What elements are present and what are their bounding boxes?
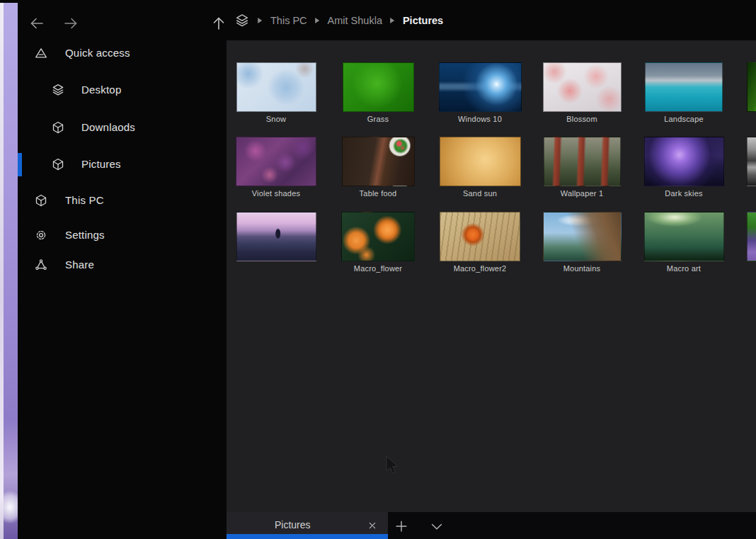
file-thumbnail xyxy=(439,62,522,112)
file-thumbnail xyxy=(543,62,622,112)
file-thumbnail xyxy=(341,212,415,261)
file-item-macro-art[interactable]: Macro art xyxy=(633,212,735,283)
breadcrumb-root-icon[interactable] xyxy=(234,13,250,28)
file-item[interactable] xyxy=(735,137,756,208)
file-item-grass[interactable]: Grass xyxy=(327,62,429,133)
file-thumbnail xyxy=(236,212,316,261)
file-label: Snow xyxy=(227,115,327,123)
close-icon xyxy=(367,520,378,531)
sidebar-item-quick-access[interactable]: Quick access xyxy=(18,41,227,65)
tab-bar: Pictures xyxy=(227,512,756,539)
file-thumbnail xyxy=(747,62,756,112)
file-thumbnail xyxy=(644,137,724,186)
file-label: Wallpaper 1 xyxy=(531,189,633,198)
sidebar-item-pictures[interactable]: Pictures xyxy=(18,152,227,176)
sidebar-item-share[interactable]: Share xyxy=(18,253,227,277)
sidebar-item-label: Settings xyxy=(65,223,105,247)
sidebar-item-label: This PC xyxy=(65,188,104,212)
sidebar-item-label: Downlaods xyxy=(81,115,135,140)
new-tab-button[interactable] xyxy=(394,518,409,534)
file-item-mountains[interactable]: Mountains xyxy=(531,212,633,283)
file-thumbnail xyxy=(644,212,724,261)
files-grid: SnowGrassWindows 10BlossomLandscapeViole… xyxy=(227,40,756,512)
breadcrumb-separator-icon xyxy=(389,16,396,24)
breadcrumb-item-this-pc[interactable]: This PC xyxy=(270,15,307,26)
file-item-sand-sun[interactable]: Sand sun xyxy=(429,137,531,208)
file-label: Dark skies xyxy=(633,189,735,198)
share-icon xyxy=(34,258,48,272)
file-thumbnail xyxy=(236,62,316,112)
cube-icon xyxy=(51,120,65,135)
chevron-down-icon xyxy=(429,518,445,534)
file-manager-window: This PCAmit ShuklaPictures Quick accessD… xyxy=(18,0,756,539)
file-item-windows-10[interactable]: Windows 10 xyxy=(429,62,531,133)
file-label: Landscape xyxy=(633,115,735,123)
file-item-landscape[interactable]: Landscape xyxy=(633,62,735,133)
file-item-macro-flower2[interactable]: Macro_flower2 xyxy=(429,212,531,283)
file-thumbnail xyxy=(440,212,520,261)
sidebar-item-downlaods[interactable]: Downlaods xyxy=(18,115,227,140)
gear-icon xyxy=(34,228,48,242)
file-item-violet-shades[interactable]: Violet shades xyxy=(227,137,327,208)
file-thumbnail xyxy=(544,137,621,186)
file-item-blossom[interactable]: Blossom xyxy=(531,62,633,133)
file-item-snow[interactable]: Snow xyxy=(227,62,327,133)
file-thumbnail xyxy=(236,137,316,186)
sidebar-item-this-pc[interactable]: This PC xyxy=(18,188,227,212)
file-thumbnail xyxy=(342,137,415,186)
breadcrumb: This PCAmit ShuklaPictures xyxy=(234,0,443,40)
quick-access-icon xyxy=(34,46,48,60)
file-item[interactable] xyxy=(227,212,327,283)
breadcrumb-item-pictures[interactable]: Pictures xyxy=(403,15,443,26)
sidebar-item-desktop[interactable]: Desktop xyxy=(18,78,227,102)
file-label: Grass xyxy=(327,115,429,123)
screen: This PCAmit ShuklaPictures Quick accessD… xyxy=(0,0,756,539)
file-thumbnail xyxy=(440,137,521,186)
file-label: Sand sun xyxy=(429,189,531,198)
file-thumbnail xyxy=(645,62,723,112)
active-tab-indicator xyxy=(227,534,388,539)
sidebar-item-settings[interactable]: Settings xyxy=(18,223,227,247)
file-thumbnail xyxy=(747,137,756,186)
tab-list-dropdown-button[interactable] xyxy=(429,518,445,534)
file-item-dark-skies[interactable]: Dark skies xyxy=(633,137,735,208)
file-thumbnail xyxy=(747,212,756,261)
mouse-cursor xyxy=(385,455,399,477)
file-item-wallpaper-1[interactable]: Wallpaper 1 xyxy=(531,137,633,208)
close-tab-button[interactable] xyxy=(365,518,379,533)
file-thumbnail xyxy=(343,62,414,112)
sidebar: Quick accessDesktopDownlaodsPicturesThis… xyxy=(18,0,227,539)
file-item[interactable] xyxy=(735,212,756,283)
breadcrumb-item-amit-shukla[interactable]: Amit Shukla xyxy=(328,15,382,26)
file-item[interactable] xyxy=(735,62,756,133)
breadcrumb-separator-icon xyxy=(314,16,321,24)
file-label: Windows 10 xyxy=(429,115,531,123)
sidebar-item-label: Quick access xyxy=(65,41,130,65)
sidebar-item-label: Pictures xyxy=(81,152,121,176)
file-label: Macro art xyxy=(633,264,735,273)
tab-pictures[interactable]: Pictures xyxy=(227,512,388,539)
file-label: Violet shades xyxy=(227,189,327,198)
cube-icon xyxy=(34,193,48,208)
cube-icon xyxy=(51,157,65,171)
file-label: Table food xyxy=(327,189,429,198)
screen-edge xyxy=(0,3,4,539)
file-thumbnail xyxy=(543,212,622,261)
plus-icon xyxy=(394,518,409,534)
file-label: Mountains xyxy=(531,264,633,273)
file-label: Macro_flower xyxy=(327,264,429,273)
file-item-table-food[interactable]: Table food xyxy=(327,137,429,208)
file-label: Blossom xyxy=(531,115,633,123)
breadcrumb-separator-icon xyxy=(257,16,263,24)
sidebar-item-label: Desktop xyxy=(81,78,121,102)
file-item-macro-flower[interactable]: Macro_flower xyxy=(327,212,429,283)
file-label: Macro_flower2 xyxy=(429,264,531,273)
layers-icon xyxy=(51,83,65,97)
sidebar-item-label: Share xyxy=(65,253,94,277)
